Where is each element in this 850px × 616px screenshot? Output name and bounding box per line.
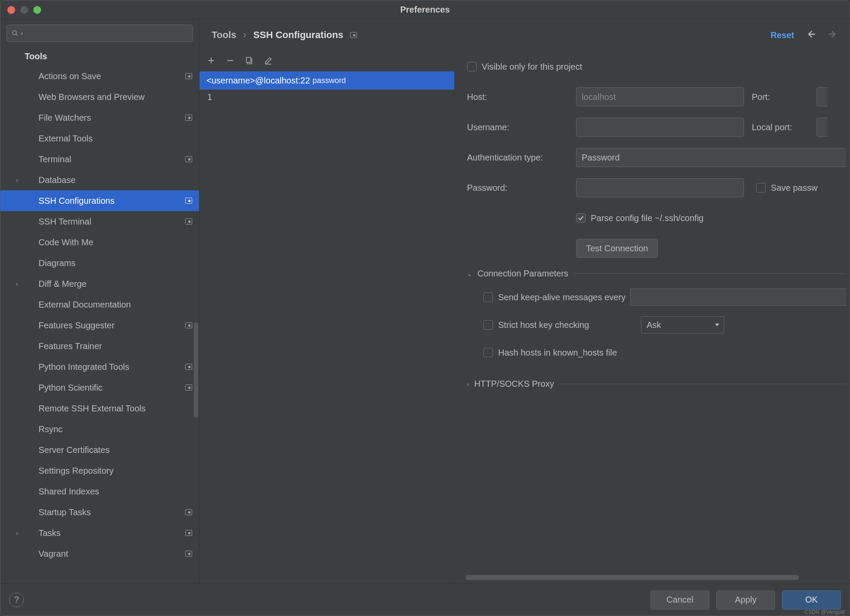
auth-type-select[interactable] xyxy=(576,148,846,167)
chevron-right-icon: › xyxy=(16,280,26,287)
password-label: Password: xyxy=(467,183,576,193)
help-button[interactable]: ? xyxy=(9,593,24,607)
visible-only-label: Visible only for this project xyxy=(482,62,582,72)
sidebar-item-label: Shared Indexes xyxy=(26,487,192,497)
sidebar-item-shared-indexes[interactable]: Shared Indexes xyxy=(0,481,199,502)
sidebar-item-label: Diagrams xyxy=(26,258,192,268)
sidebar-scrollbar[interactable] xyxy=(194,322,198,417)
settings-tree[interactable]: Tools Actions on SaveWeb Browsers and Pr… xyxy=(0,47,199,584)
password-field[interactable] xyxy=(576,178,744,197)
tree-heading-tools: Tools xyxy=(0,47,199,66)
sidebar-item-external-documentation[interactable]: External Documentation xyxy=(0,294,199,315)
search-dropdown-icon: ▾ xyxy=(21,31,23,36)
search-icon xyxy=(11,29,19,37)
parse-config-checkbox[interactable] xyxy=(576,213,586,223)
section-label: HTTP/SOCKS Proxy xyxy=(474,379,554,389)
list-count: 1 xyxy=(200,90,454,105)
sidebar-item-database[interactable]: ›Database xyxy=(0,170,199,190)
sidebar-item-label: Features Suggester xyxy=(26,321,182,330)
host-field[interactable] xyxy=(576,87,744,106)
sidebar-item-tasks[interactable]: ›Tasks xyxy=(0,523,199,543)
config-list-item[interactable]: <username>@localhost:22password xyxy=(200,71,454,90)
sidebar-item-ssh-terminal[interactable]: SSH Terminal xyxy=(0,211,199,232)
edit-icon[interactable] xyxy=(264,56,273,65)
project-scope-icon xyxy=(185,73,192,79)
sidebar-item-label: Server Certificates xyxy=(26,445,192,455)
breadcrumb-root[interactable]: Tools xyxy=(212,29,236,41)
watermark: CSDN @Vengold xyxy=(805,609,845,615)
sidebar-item-web-browsers-and-preview[interactable]: Web Browsers and Preview xyxy=(0,87,199,107)
cancel-button[interactable]: Cancel xyxy=(650,590,709,610)
list-item-title: <username>@localhost:22 xyxy=(206,76,310,86)
project-scope-icon xyxy=(350,32,357,38)
reset-link[interactable]: Reset xyxy=(771,30,794,40)
sidebar-item-label: External Documentation xyxy=(26,300,192,310)
project-scope-icon xyxy=(185,530,192,536)
sidebar-item-remote-ssh-external-tools[interactable]: Remote SSH External Tools xyxy=(0,398,199,419)
sidebar-item-file-watchers[interactable]: File Watchers xyxy=(0,107,199,128)
sidebar-item-ssh-configurations[interactable]: SSH Configurations xyxy=(0,190,199,211)
sidebar-item-features-trainer[interactable]: Features Trainer xyxy=(0,336,199,356)
project-scope-icon xyxy=(185,509,192,515)
sidebar-item-server-certificates[interactable]: Server Certificates xyxy=(0,440,199,460)
copy-icon[interactable] xyxy=(245,56,254,65)
hash-hosts-checkbox[interactable] xyxy=(483,348,493,357)
apply-button[interactable]: Apply xyxy=(716,590,775,610)
strict-select[interactable]: Ask xyxy=(641,316,724,334)
sidebar-item-vagrant[interactable]: Vagrant xyxy=(0,543,199,564)
section-connection-params[interactable]: ⌄ Connection Parameters xyxy=(467,269,846,279)
sidebar-item-actions-on-save[interactable]: Actions on Save xyxy=(0,66,199,87)
sidebar-item-startup-tasks[interactable]: Startup Tasks xyxy=(0,502,199,523)
sidebar-item-label: Web Browsers and Preview xyxy=(26,92,192,102)
hash-hosts-label: Hash hosts in known_hosts file xyxy=(498,348,617,358)
keepalive-field[interactable] xyxy=(630,289,846,306)
chevron-right-icon: › xyxy=(467,381,469,388)
sidebar-item-label: Settings Repository xyxy=(26,466,192,476)
sidebar-item-python-scientific[interactable]: Python Scientific xyxy=(0,377,199,398)
sidebar-item-diagrams[interactable]: Diagrams xyxy=(0,253,199,273)
add-icon[interactable] xyxy=(206,56,216,65)
localport-label: Local port: xyxy=(752,122,817,132)
host-label: Host: xyxy=(467,92,576,102)
nav-back-button[interactable] xyxy=(806,29,816,41)
port-label: Port: xyxy=(752,92,817,102)
sidebar-item-terminal[interactable]: Terminal xyxy=(0,149,199,170)
horizontal-scrollbar[interactable] xyxy=(465,575,844,580)
strict-label: Strict host key checking xyxy=(498,320,641,330)
chevron-down-icon: ⌄ xyxy=(467,270,472,277)
keepalive-checkbox[interactable] xyxy=(483,292,493,302)
sidebar-item-python-integrated-tools[interactable]: Python Integrated Tools xyxy=(0,356,199,377)
strict-checkbox[interactable] xyxy=(483,320,493,330)
svg-line-1 xyxy=(16,34,18,36)
sidebar-item-external-tools[interactable]: External Tools xyxy=(0,128,199,149)
svg-point-0 xyxy=(13,31,16,35)
keepalive-label: Send keep-alive messages every xyxy=(498,292,626,302)
project-scope-icon xyxy=(185,551,192,557)
remove-icon[interactable] xyxy=(225,56,235,65)
username-field[interactable] xyxy=(576,118,744,137)
localport-field[interactable] xyxy=(817,118,827,137)
save-password-checkbox[interactable] xyxy=(756,183,766,192)
sidebar-item-code-with-me[interactable]: Code With Me xyxy=(0,232,199,253)
chevron-right-icon: › xyxy=(243,29,246,41)
port-field[interactable] xyxy=(817,87,827,106)
ok-button[interactable]: OK xyxy=(782,590,841,610)
sidebar: ▾ Tools Actions on SaveWeb Browsers and … xyxy=(0,19,200,584)
section-proxy[interactable]: › HTTP/SOCKS Proxy xyxy=(467,379,846,389)
nav-forward-button xyxy=(828,29,837,41)
list-item-subtitle: password xyxy=(312,76,346,85)
sidebar-item-features-suggester[interactable]: Features Suggester xyxy=(0,315,199,336)
sidebar-item-rsync[interactable]: Rsync xyxy=(0,419,199,440)
test-connection-button[interactable]: Test Connection xyxy=(576,239,658,258)
dialog-footer: ? Cancel Apply OK xyxy=(0,584,850,616)
search-input[interactable]: ▾ xyxy=(6,25,193,42)
visible-only-checkbox[interactable] xyxy=(467,62,477,71)
sidebar-item-settings-repository[interactable]: Settings Repository xyxy=(0,460,199,481)
project-scope-icon xyxy=(185,156,192,162)
sidebar-item-label: Terminal xyxy=(26,154,182,164)
breadcrumb: Tools › SSH Configurations Reset xyxy=(200,19,850,51)
username-label: Username: xyxy=(467,122,576,132)
sidebar-item-label: Python Scientific xyxy=(26,383,182,393)
sidebar-item-diff-merge[interactable]: ›Diff & Merge xyxy=(0,273,199,294)
auth-label: Authentication type: xyxy=(467,153,576,163)
